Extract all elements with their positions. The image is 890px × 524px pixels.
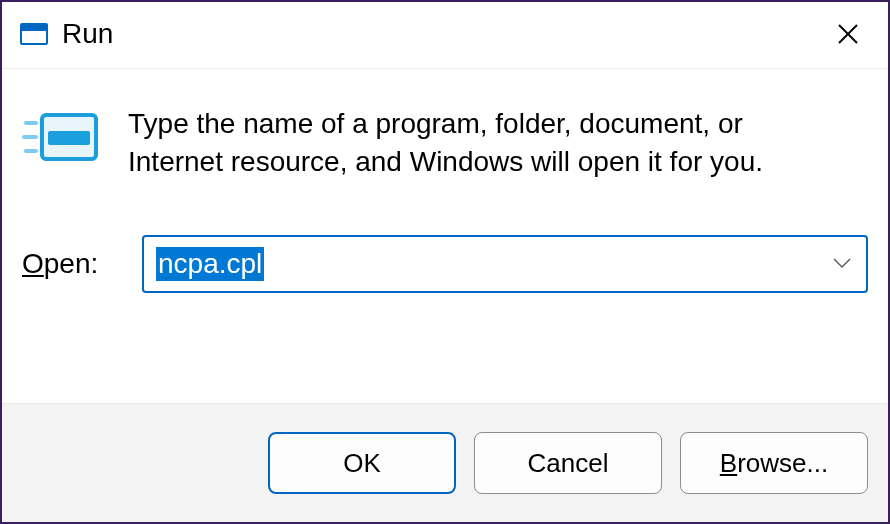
window-title: Run (62, 18, 113, 50)
open-label: Open: (22, 248, 142, 280)
close-icon (836, 22, 860, 46)
close-button[interactable] (826, 12, 870, 56)
description-text: Type the name of a program, folder, docu… (128, 105, 828, 181)
svg-rect-1 (21, 24, 47, 31)
dialog-body: Type the name of a program, folder, docu… (2, 69, 888, 293)
open-combobox[interactable]: ncpa.cpl (142, 235, 868, 293)
run-dialog-icon (22, 111, 100, 173)
open-row: Open: ncpa.cpl (16, 235, 874, 293)
svg-rect-8 (48, 131, 90, 145)
browse-button[interactable]: Browse... (680, 432, 868, 494)
button-footer: OK Cancel Browse... (2, 403, 888, 522)
ok-button[interactable]: OK (268, 432, 456, 494)
cancel-button[interactable]: Cancel (474, 432, 662, 494)
open-input[interactable] (142, 235, 868, 293)
run-app-icon (20, 23, 48, 45)
titlebar: Run (2, 2, 888, 69)
info-row: Type the name of a program, folder, docu… (16, 105, 874, 181)
